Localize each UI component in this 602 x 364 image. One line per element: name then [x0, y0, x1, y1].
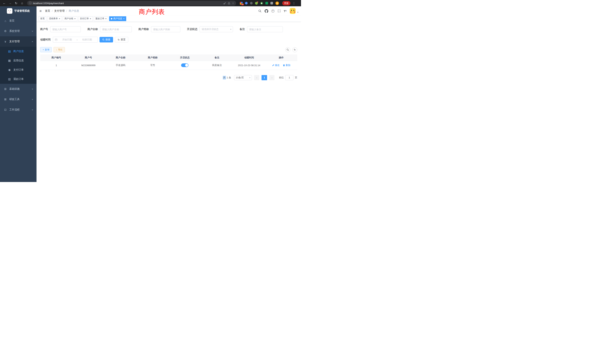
main-area: ≡ 首页 / 支付管理 / 商户信息 商户列表 ? TT [36, 6, 301, 182]
help-icon[interactable]: ? [271, 10, 275, 13]
extension-icon[interactable] [265, 2, 268, 4]
remark-input[interactable] [247, 26, 283, 32]
pagination-jump: 前往 页 [279, 75, 297, 80]
close-icon[interactable]: × [105, 17, 107, 20]
extension-icon[interactable]: 10 [240, 2, 243, 5]
sidebar-collapse-icon[interactable]: ≡ [40, 9, 42, 13]
browser-menu-icon[interactable]: ⋮ [291, 1, 296, 6]
address-bar[interactable]: ⓘ localhost:1024/pay/merchant ☆ [27, 1, 236, 6]
sidebar-item-pay-order[interactable]: ◉ 支付订单 [0, 65, 36, 75]
tab-merchant-info[interactable]: 商户信息 × [109, 16, 126, 21]
workflow-icon: ⊡ [4, 108, 7, 111]
app-logo[interactable]: 芋道管理系统 [0, 6, 36, 16]
close-icon[interactable]: × [90, 17, 91, 20]
tab-user-group[interactable]: 用户分组 × [63, 16, 77, 21]
toggle-search-button[interactable] [285, 47, 290, 52]
reset-button[interactable]: ↻ 重置 [115, 37, 128, 43]
export-button[interactable]: ↓ 导出 [54, 47, 65, 52]
breadcrumb-payment[interactable]: 支付管理 [54, 9, 65, 13]
edit-pencil-icon [272, 64, 274, 66]
page-size-select[interactable]: 10条/页 ▾ [234, 75, 252, 80]
sidebar-item-refund-order[interactable]: ▥ 退款订单 [0, 75, 36, 84]
forward-icon[interactable]: → [8, 1, 13, 6]
fullscreen-icon[interactable] [278, 10, 281, 12]
sidebar-item-app-info[interactable]: ▦ 应用信息 [0, 56, 36, 65]
refresh-table-button[interactable]: ↻ [292, 47, 297, 52]
sidebar-item-system[interactable]: ⚙ 系统管理 ∨ [0, 26, 36, 36]
tab-pay-order[interactable]: 支付订单 × [78, 16, 93, 21]
extension-icon[interactable] [260, 2, 263, 5]
edit-link[interactable]: 修改 [272, 64, 280, 67]
profile-avatar[interactable] [275, 1, 279, 5]
breadcrumb: 首页 / 支付管理 / 商户信息 [45, 9, 79, 13]
cell-actions: 修改 删除 [265, 61, 297, 70]
breadcrumb-home[interactable]: 首页 [45, 9, 50, 13]
browser-update-button[interactable]: 更新 [282, 1, 290, 5]
tab-process-form[interactable]: 流程表单 × [47, 16, 62, 21]
col-header: 创建时间 [233, 54, 265, 61]
bookmark-star-icon[interactable]: ☆ [232, 2, 234, 5]
delete-link[interactable]: 删除 [283, 64, 290, 67]
full-name-input[interactable] [100, 26, 132, 32]
sidebar-item-workflow[interactable]: ⊡ 工作流程 ∨ [0, 105, 36, 115]
password-key-icon[interactable] [223, 2, 226, 5]
pagination-total: 共 1 条 [223, 76, 231, 79]
browser-home-icon[interactable]: ⌂ [20, 1, 24, 6]
sidebar-item-home[interactable]: ⌂ 首页 [0, 16, 36, 26]
page-size-value: 10条/页 [236, 76, 244, 79]
chevron-up-icon: ∧ [32, 41, 33, 43]
github-icon[interactable] [265, 9, 268, 13]
extensions-pin-icon[interactable] [270, 2, 273, 4]
calendar-icon [55, 38, 57, 41]
reload-icon[interactable]: ↻ [14, 1, 19, 6]
close-icon[interactable]: × [59, 17, 60, 20]
breadcrumb-separator: / [52, 10, 53, 12]
logo-image [7, 8, 12, 14]
back-icon[interactable]: ← [2, 1, 7, 6]
sidebar-item-dev-tools[interactable]: ⊠ 研发工具 ∨ [0, 94, 36, 105]
status-select[interactable]: 请选择开启状态 ▾ [200, 26, 233, 32]
extension-icon[interactable] [250, 2, 253, 4]
document-icon: ▥ [8, 77, 11, 81]
plus-icon: + [43, 48, 44, 51]
site-info-icon[interactable]: ⓘ [29, 1, 32, 5]
date-start-placeholder: 开始日期 [59, 38, 76, 41]
short-name-input[interactable] [151, 26, 180, 32]
chevron-down-icon: ∨ [32, 88, 33, 90]
create-time-range-picker[interactable]: 开始日期 - 结束日期 [53, 37, 98, 43]
user-avatar[interactable] [290, 8, 296, 14]
merchant-no-input[interactable] [50, 26, 81, 32]
search-icon[interactable] [258, 10, 261, 13]
export-button-label: 导出 [58, 48, 63, 51]
sidebar-item-infrastructure[interactable]: ⊞ 基础设施 ∨ [0, 84, 36, 94]
sidebar-item-label: 退款订单 [13, 77, 24, 81]
tab-refund-order[interactable]: 退款订单 × [94, 16, 108, 21]
sidebar-item-payment[interactable]: ¥ 支付管理 ∧ [0, 36, 36, 47]
sidebar-item-merchant-info[interactable]: ▤ 商户信息 [0, 47, 36, 56]
payment-submenu: ▤ 商户信息 ▦ 应用信息 ◉ 支付订单 ▥ 退款订单 [0, 47, 36, 84]
close-icon[interactable]: × [123, 17, 125, 20]
extension-icon[interactable] [245, 2, 248, 4]
refresh-icon: ↻ [118, 38, 120, 41]
search-button[interactable]: 搜索 [99, 37, 113, 43]
chevron-down-icon: ∨ [32, 98, 33, 100]
prev-page-button[interactable]: ‹ [254, 75, 259, 80]
font-size-icon[interactable]: TT [284, 10, 287, 13]
page-number-button[interactable]: 1 [261, 75, 267, 80]
merchant-no-label: 商户号 [40, 28, 48, 31]
add-button[interactable]: + 新增 [40, 47, 52, 52]
date-end-placeholder: 结束日期 [79, 38, 96, 41]
close-icon[interactable]: × [74, 17, 76, 20]
share-icon[interactable] [228, 2, 230, 5]
goto-page-input[interactable] [285, 75, 293, 80]
avatar-caret-icon[interactable]: ▾ [297, 11, 298, 14]
tab-label: 退款订单 [96, 17, 104, 20]
extension-icon[interactable] [255, 2, 258, 5]
status-toggle[interactable] [181, 63, 189, 67]
col-header: 商户号 [72, 54, 104, 61]
tab-home[interactable]: 首页 [39, 16, 46, 21]
navbar: ≡ 首页 / 支付管理 / 商户信息 商户列表 ? TT [36, 6, 301, 16]
next-page-button[interactable]: › [269, 75, 275, 80]
sidebar-item-label: 商户信息 [13, 50, 24, 53]
gear-icon: ⚙ [4, 30, 7, 33]
